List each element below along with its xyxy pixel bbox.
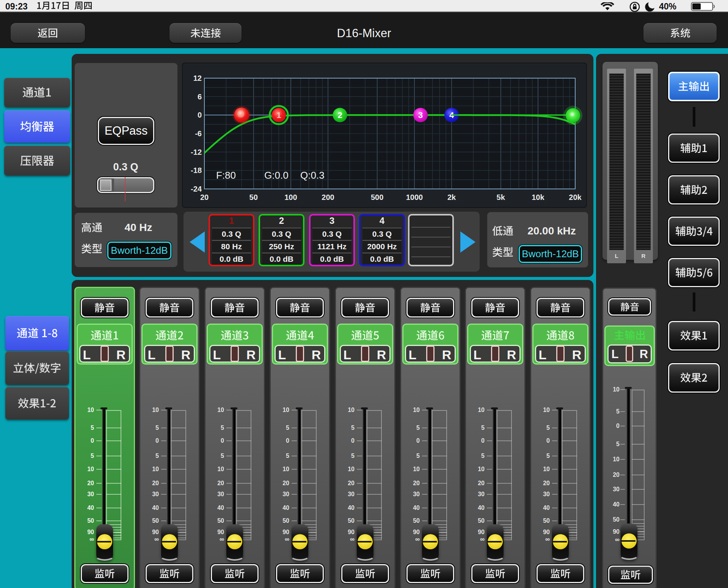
svg-text:-18: -18	[191, 166, 202, 175]
svg-text:5k: 5k	[497, 193, 505, 201]
svg-text:-24: -24	[191, 185, 202, 193]
svg-text:G:0.0: G:0.0	[264, 170, 289, 181]
svg-text:-12: -12	[191, 148, 202, 156]
svg-text:500: 500	[371, 193, 383, 201]
svg-text:3: 3	[418, 110, 423, 120]
svg-text:-6: -6	[195, 129, 202, 138]
svg-text:1000: 1000	[406, 193, 423, 201]
svg-text:2k: 2k	[447, 193, 456, 201]
svg-text:200: 200	[322, 193, 334, 201]
svg-text:20: 20	[200, 193, 209, 201]
svg-text:F:80: F:80	[216, 170, 236, 181]
svg-text:6: 6	[198, 93, 202, 101]
svg-text:50: 50	[249, 193, 258, 201]
svg-text:12: 12	[193, 74, 202, 82]
svg-text:2: 2	[337, 110, 342, 120]
svg-text:10k: 10k	[532, 193, 544, 201]
svg-text:1: 1	[276, 110, 281, 120]
svg-text:100: 100	[284, 193, 297, 201]
svg-text:0: 0	[198, 111, 202, 119]
svg-text:20k: 20k	[569, 193, 582, 201]
svg-text:Q:0.3: Q:0.3	[300, 170, 325, 181]
